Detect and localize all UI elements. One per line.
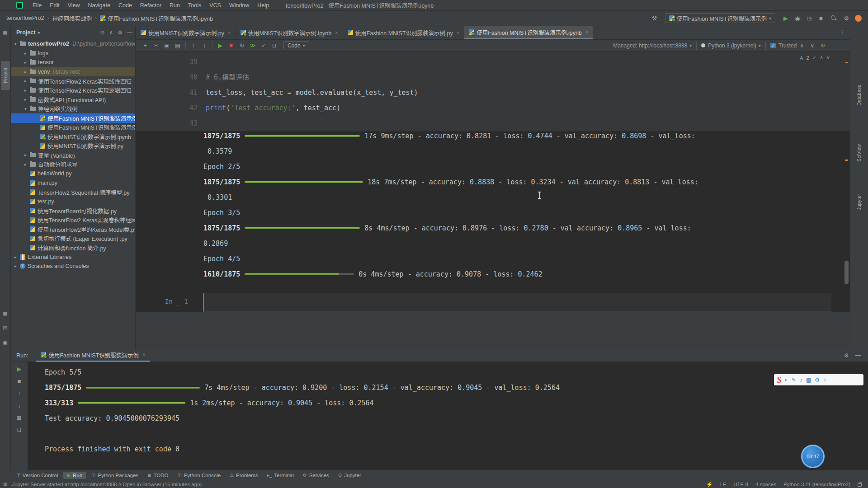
menu-help[interactable]: Help: [253, 0, 273, 11]
tree-item[interactable]: 计算图和@function 简介.py: [11, 243, 135, 253]
inspect-cell-button[interactable]: ✓: [258, 42, 269, 49]
tree-arrow-icon[interactable]: ▾: [24, 107, 30, 111]
tree-item[interactable]: test.py: [11, 197, 135, 206]
menu-code[interactable]: Code: [114, 0, 136, 11]
version-control-button[interactable]: YVersion Control: [14, 472, 61, 479]
status-item[interactable]: UTF-8: [733, 482, 748, 487]
ime-mode-icon[interactable]: ◐: [785, 377, 788, 383]
tree-item[interactable]: 使用MNIST识别数字演示例.ipynb: [11, 132, 135, 141]
stop-kernel-button[interactable]: ■: [226, 42, 236, 49]
tree-item[interactable]: ▸tensor: [11, 58, 135, 67]
tree-arrow-icon[interactable]: ▸: [24, 70, 30, 74]
run-button[interactable]: ▶: [781, 15, 791, 22]
python-packages-button[interactable]: ◫Python Packages: [88, 472, 142, 479]
minimize-panel-button[interactable]: —: [855, 352, 861, 359]
project-stripe-button[interactable]: Project: [1, 61, 10, 90]
menu-navigate[interactable]: Navigate: [84, 0, 114, 11]
menu-edit[interactable]: Edit: [46, 0, 64, 11]
close-icon[interactable]: ×: [228, 30, 231, 35]
tab-file[interactable]: 使用Fashion MNIST识别服装演示例.py×: [343, 26, 464, 39]
paste-cell-button[interactable]: ▤: [172, 42, 183, 49]
close-icon[interactable]: ×: [457, 30, 459, 35]
status-item[interactable]: 4 spaces: [755, 482, 776, 487]
window-grid-icon[interactable]: ▦: [2, 29, 8, 35]
tabs-more-icon[interactable]: ⋮: [835, 26, 850, 39]
ime-tools-icon[interactable]: ⚙: [815, 377, 820, 383]
restart-kernel-button[interactable]: ↻: [236, 42, 247, 49]
copy-cell-button[interactable]: ▣: [161, 42, 172, 49]
ime-voice-icon[interactable]: ♪: [800, 377, 802, 383]
ide-settings-icon[interactable]: ⚙: [841, 15, 851, 22]
terminal-button[interactable]: ▸_Terminal: [264, 472, 297, 479]
project-header-title[interactable]: Project: [16, 29, 35, 36]
tree-item[interactable]: ▸函数式API (Functional API): [11, 95, 135, 104]
tree-arrow-icon[interactable]: ▸: [24, 60, 30, 65]
tree-item[interactable]: 急切执行模式 (Eager Execution) .py: [11, 234, 135, 244]
tree-arrow-icon[interactable]: ▸: [24, 51, 30, 56]
jupyter-server-select[interactable]: Managed: http://localhost:8888: [613, 42, 687, 49]
tree-item[interactable]: ▸使用TensorFlow2 Keras实现线性回归: [11, 76, 135, 86]
chevron-down-icon[interactable]: ∨: [810, 42, 814, 49]
clear-output-button[interactable]: ⊔: [16, 427, 23, 434]
add-cell-button[interactable]: +: [140, 42, 151, 49]
move-cell-down-button[interactable]: ↓: [199, 42, 210, 49]
tree-item[interactable]: ▸Scratches and Consoles: [11, 262, 135, 271]
empty-code-cell[interactable]: [203, 293, 831, 312]
close-icon[interactable]: ×: [585, 29, 588, 35]
lock-icon[interactable]: [858, 483, 862, 487]
tree-arrow-icon[interactable]: ▸: [24, 79, 30, 83]
ime-pen-icon[interactable]: ✎: [792, 377, 796, 383]
menu-vcs[interactable]: VCS: [205, 0, 225, 11]
close-icon[interactable]: ×: [142, 352, 146, 358]
inspection-indicator[interactable]: ∨: [826, 55, 830, 61]
tool-jupyter[interactable]: Jupyter: [856, 194, 862, 210]
move-cell-up-button[interactable]: ↑: [188, 42, 199, 49]
tree-item[interactable]: 使用Fashion MNIST识别服装演示例.py: [11, 123, 135, 132]
inspections-widget[interactable]: A2✓∧∨: [800, 55, 830, 61]
debug-button[interactable]: ◉: [793, 15, 802, 22]
bookmarks-icon[interactable]: ▤: [2, 325, 8, 331]
status-message[interactable]: Jupyter Server started at http://localho…: [12, 482, 202, 487]
tool-database[interactable]: Database: [856, 84, 862, 106]
tree-item[interactable]: helloWorld.py: [11, 169, 135, 178]
tree-item[interactable]: ▾神经网络实战例: [11, 104, 135, 114]
tree-arrow-icon[interactable]: ▸: [24, 162, 30, 167]
menu-view[interactable]: View: [64, 0, 84, 11]
tree-item[interactable]: TensorFlow2 Sequential 顺序模型.py: [11, 188, 135, 197]
collapse-all-button[interactable]: ∧: [109, 29, 113, 36]
tree-arrow-icon[interactable]: ▸: [24, 153, 30, 157]
tab-active[interactable]: 使用Fashion MNIST识别服装演示例.ipynb×: [464, 26, 593, 39]
hide-panel-button[interactable]: —: [127, 29, 132, 36]
breadcrumb-item[interactable]: tensorflowPro2: [6, 15, 44, 21]
menu-run[interactable]: Run: [165, 0, 184, 11]
search-everywhere-icon[interactable]: [830, 15, 837, 21]
inspection-indicator[interactable]: A: [800, 55, 803, 61]
run-toolwindow-button[interactable]: ▶Run: [63, 472, 86, 479]
plugin-icon[interactable]: ⚡: [706, 481, 713, 488]
menu-window[interactable]: Window: [225, 0, 253, 11]
breadcrumb-item[interactable]: 神经网络实战例: [52, 14, 92, 23]
tree-item[interactable]: 使用MNIST识别数字演示例.py: [11, 141, 135, 151]
corner-grid-icon[interactable]: ▦: [3, 482, 7, 487]
status-item[interactable]: Python 3.11 (tensorflowPro2): [783, 482, 850, 487]
stop-button[interactable]: ■: [816, 15, 826, 22]
chevron-up-icon[interactable]: ∧: [800, 42, 804, 49]
run-settings-button[interactable]: ⚙: [844, 352, 849, 359]
python-console-button[interactable]: ◫Python Console: [174, 472, 224, 479]
tree-item[interactable]: ▾tensorflowPro2D:\python_pro\tensorflowP…: [11, 39, 135, 49]
rerun-button[interactable]: ▶: [16, 366, 23, 373]
run-cell-button[interactable]: ▶: [215, 42, 226, 49]
run-all-below-button[interactable]: ≫: [247, 42, 258, 49]
cell-type-select[interactable]: Code ▾: [283, 41, 309, 50]
menu-refactor[interactable]: Refactor: [136, 0, 165, 11]
run-tab[interactable]: 使用Fashion MNIST识别服装演示例 ×: [36, 349, 150, 362]
profiler-button[interactable]: ◷: [804, 15, 814, 22]
kernel-select[interactable]: Python 3 (ipykernel): [708, 42, 756, 49]
breadcrumb-item[interactable]: 使用Fashion MNIST识别服装演示例.ipynb: [108, 14, 213, 23]
refresh-icon[interactable]: ↻: [821, 42, 825, 49]
cut-cell-button[interactable]: ✂: [151, 42, 161, 49]
close-icon[interactable]: ×: [335, 30, 338, 35]
code-cell[interactable]: 3940# 6,模型评估41test_loss, test_acc = mode…: [136, 52, 850, 132]
inspection-indicator[interactable]: 2: [807, 55, 809, 61]
build-hammer-icon[interactable]: ⚒: [650, 15, 660, 22]
